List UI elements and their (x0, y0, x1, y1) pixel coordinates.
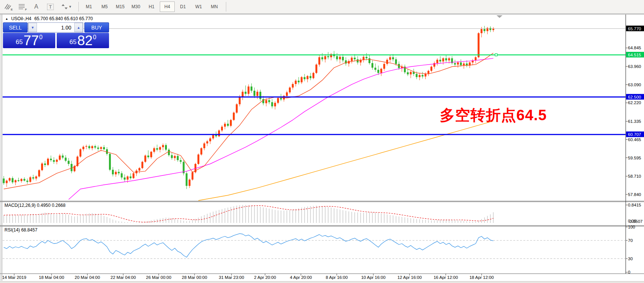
volume-decrease-button[interactable]: ▼ (28, 23, 37, 32)
volume-input[interactable] (37, 23, 74, 32)
chart-title: ▲ USOil-,H4 65.700 65.840 65.610 65.770 (5, 16, 93, 21)
rsi-indicator-label: RSI(14) 68.8457 (4, 227, 37, 233)
buy-button[interactable]: BUY (84, 22, 109, 32)
collapse-panel-icon[interactable]: ▲ (5, 17, 8, 21)
one-click-trading-panel: SELL ▼ ▲ BUY 65 77 0 65 82 0 (3, 21, 109, 48)
chart-window-border (1, 14, 1, 281)
sell-price-pips: 77 (24, 33, 39, 48)
sell-button[interactable]: SELL (3, 22, 28, 32)
window-resize-strip (0, 281, 644, 283)
buy-price-pips: 82 (77, 33, 93, 48)
buy-price-major: 65 (69, 38, 77, 46)
chart-window-border (2, 14, 2, 281)
sell-price-major: 65 (16, 38, 23, 46)
price-axis[interactable] (626, 15, 644, 274)
buy-price-point: 0 (93, 34, 96, 41)
trading-platform-window: E F A T ▼ M1 M5 M15 M30 H1 H4 D1 W1 MN 6… (0, 0, 644, 283)
text-annotation: 多空转折点64.5 (440, 105, 547, 125)
line-drag-handle (495, 54, 497, 56)
time-axis[interactable] (0, 274, 626, 281)
sell-price-button[interactable]: 65 77 0 (3, 33, 55, 48)
volume-increase-button[interactable]: ▲ (74, 23, 83, 32)
sell-price-point: 0 (39, 34, 43, 41)
macd-indicator-label: MACD(12,26,9) 0.4950 0.2668 (4, 203, 65, 208)
buy-price-button[interactable]: 65 82 0 (57, 33, 109, 48)
ohlc-values: 65.700 65.840 65.610 65.770 (34, 16, 93, 21)
chart-window-border (0, 14, 644, 15)
symbol-label: USOil-,H4 (11, 16, 31, 21)
